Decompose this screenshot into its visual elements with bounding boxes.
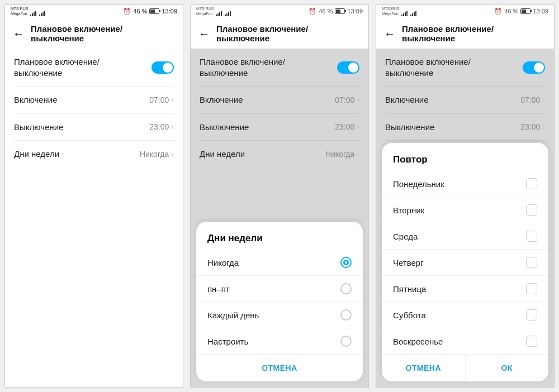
option-wednesday[interactable]: Среда (382, 223, 548, 249)
option-label: пн–пт (207, 284, 230, 294)
carrier-1: MTS RUS (11, 7, 45, 11)
checkbox-icon[interactable] (526, 178, 537, 189)
signal-icon (401, 11, 408, 16)
power-off-value: 23:00 (335, 122, 354, 131)
option-label: Настроить (207, 337, 248, 346)
power-off-row[interactable]: Выключение 23:00› (191, 114, 368, 141)
option-label: Среда (393, 232, 418, 241)
chevron-right-icon: › (542, 122, 545, 131)
carrier-1: MTS RUS (382, 7, 416, 11)
page-header: ← Плановое включение/выключение (191, 17, 368, 49)
radio-icon[interactable] (340, 257, 352, 268)
carrier-2: MegaFon (196, 12, 213, 16)
option-label: Суббота (393, 310, 426, 320)
status-bar: MTS RUS MegaFon ⏰ 46 % 13:09 (191, 5, 368, 17)
power-off-row[interactable]: Выключение 23:00› (376, 114, 554, 141)
ok-button[interactable]: ОК (465, 355, 549, 381)
chevron-right-icon: › (171, 122, 174, 131)
power-off-value: 23:00 (149, 122, 169, 131)
checkbox-icon[interactable] (526, 309, 537, 321)
chevron-right-icon: › (542, 95, 545, 104)
power-off-label: Выключение (385, 122, 520, 133)
battery-icon (149, 8, 159, 14)
power-on-row[interactable]: Включение 07:00› (5, 87, 183, 113)
power-on-label: Включение (200, 94, 335, 106)
alarm-icon: ⏰ (494, 8, 502, 15)
option-thursday[interactable]: Четверг (382, 249, 548, 275)
option-label: Понедельник (393, 179, 444, 189)
back-icon[interactable]: ← (198, 28, 210, 39)
clock-time: 13:09 (347, 8, 363, 15)
page-title: Плановое включение/выключение (216, 24, 361, 43)
option-everyday[interactable]: Каждый день (196, 302, 363, 328)
alarm-icon: ⏰ (123, 8, 131, 15)
toggle-row[interactable]: Плановое включение/ выключение (191, 49, 368, 86)
power-on-label: Включение (14, 94, 149, 106)
power-off-label: Выключение (200, 122, 335, 133)
power-on-row[interactable]: Включение 07:00› (191, 87, 368, 113)
option-label: Вторник (393, 205, 424, 215)
option-label: Пятница (393, 284, 426, 294)
battery-pct: 46 % (504, 8, 518, 15)
radio-icon[interactable] (340, 336, 352, 347)
signal-icon-2 (410, 11, 416, 16)
signal-icon (216, 11, 222, 16)
clock-time: 13:09 (162, 8, 177, 15)
days-label: Дни недели (14, 149, 140, 160)
screen-1: MTS RUS MegaFon ⏰ 46 % 13:09 ← Плановое … (4, 4, 183, 388)
days-row[interactable]: Дни недели Никогда› (5, 141, 183, 168)
option-tuesday[interactable]: Вторник (382, 197, 548, 223)
checkbox-icon[interactable] (526, 231, 537, 242)
option-friday[interactable]: Пятница (382, 275, 548, 302)
chevron-right-icon: › (171, 150, 174, 159)
power-off-value: 23:00 (520, 122, 540, 131)
battery-icon (520, 8, 530, 14)
signal-icon-2 (39, 11, 45, 16)
power-on-value: 07:00 (335, 95, 354, 104)
carrier-2: MegaFon (11, 12, 27, 16)
checkbox-icon[interactable] (526, 257, 537, 268)
option-monday[interactable]: Понедельник (382, 171, 548, 197)
cancel-button[interactable]: ОТМЕНА (382, 355, 465, 381)
days-row[interactable]: Дни недели Никогда› (191, 141, 368, 168)
repeat-bottom-sheet: Повтор Понедельник Вторник Среда Четверг… (382, 143, 548, 381)
back-icon[interactable]: ← (384, 28, 395, 39)
cancel-button[interactable]: ОТМЕНА (196, 355, 363, 381)
option-sunday[interactable]: Воскресенье (382, 328, 548, 354)
radio-icon[interactable] (340, 283, 352, 294)
toggle-label: Плановое включение/ выключение (385, 56, 523, 78)
chevron-right-icon: › (357, 122, 359, 131)
checkbox-icon[interactable] (526, 336, 537, 347)
toggle-row[interactable]: Плановое включение/ выключение (5, 49, 183, 86)
battery-pct: 46 % (319, 8, 333, 15)
sheet-title: Повтор (382, 143, 548, 171)
option-saturday[interactable]: Суббота (382, 302, 548, 328)
power-on-row[interactable]: Включение 07:00› (376, 87, 554, 113)
back-icon[interactable]: ← (13, 28, 24, 39)
radio-icon[interactable] (340, 309, 352, 321)
chevron-right-icon: › (357, 95, 359, 104)
power-on-label: Включение (385, 94, 520, 106)
power-off-row[interactable]: Выключение 23:00› (5, 114, 183, 141)
days-value: Никогда (325, 150, 354, 159)
page-header: ← Плановое включение/выключение (376, 17, 554, 49)
checkbox-icon[interactable] (526, 283, 537, 294)
signal-icon (30, 11, 36, 16)
days-value: Никогда (140, 150, 169, 159)
option-never[interactable]: Никогда (196, 250, 363, 275)
sheet-title: Дни недели (196, 222, 363, 250)
clock-time: 13:09 (533, 8, 548, 15)
toggle-row[interactable]: Плановое включение/ выключение (376, 49, 554, 86)
checkbox-icon[interactable] (526, 204, 537, 216)
power-on-value: 07:00 (149, 95, 169, 104)
toggle-switch[interactable] (151, 61, 174, 74)
toggle-switch[interactable] (337, 61, 359, 74)
option-label: Каждый день (207, 310, 259, 320)
carrier-2: MegaFon (382, 12, 399, 16)
toggle-switch[interactable] (523, 61, 545, 74)
page-title: Плановое включение/выключение (31, 24, 175, 43)
option-weekdays[interactable]: пн–пт (196, 275, 363, 302)
option-custom[interactable]: Настроить (196, 328, 363, 354)
battery-pct: 46 % (133, 8, 147, 15)
power-on-value: 07:00 (520, 95, 540, 104)
